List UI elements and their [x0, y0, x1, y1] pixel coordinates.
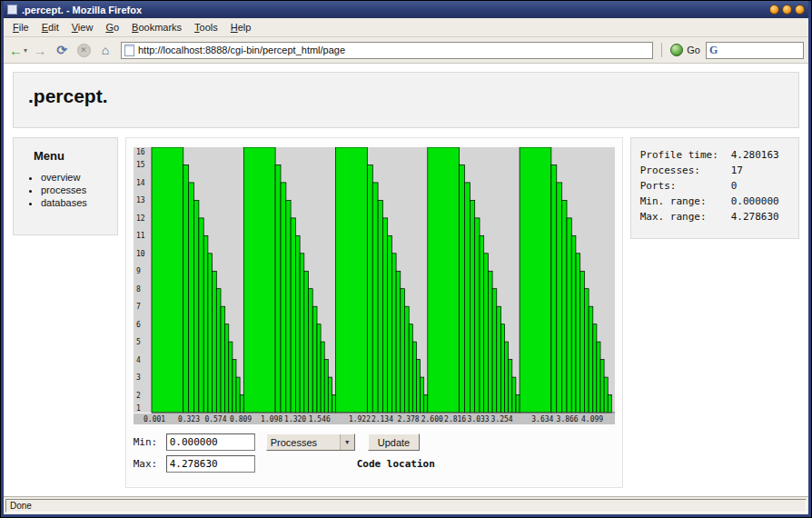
- chart-step: [212, 271, 216, 413]
- min-label: Min:: [134, 436, 166, 448]
- x-tick-label: 3.254: [490, 415, 512, 423]
- home-button[interactable]: ⌂: [95, 40, 115, 60]
- x-tick-label: 1.922: [349, 415, 371, 423]
- chart-step: [520, 147, 551, 413]
- sidebar-item-overview[interactable]: overview: [41, 171, 112, 184]
- x-tick-label: 3.866: [556, 415, 578, 423]
- chart-step: [199, 218, 203, 413]
- info-line: Max. range:4.278630: [640, 209, 789, 224]
- page-header: .percept.: [13, 72, 799, 128]
- chart-step: [324, 360, 328, 413]
- y-tick-label: 9: [136, 267, 141, 275]
- y-tick-label: 10: [136, 250, 145, 258]
- menubar-item-tools[interactable]: Tools: [188, 20, 224, 35]
- max-input[interactable]: [166, 455, 255, 473]
- go-button[interactable]: Go: [667, 44, 704, 56]
- x-tick-label: 4.099: [581, 415, 603, 423]
- chart-step: [243, 147, 275, 413]
- chart-step: [504, 342, 508, 413]
- window-controls: [767, 2, 805, 18]
- x-tick-label: 2.816: [444, 415, 466, 423]
- metric-select[interactable]: Processes ▼: [266, 433, 355, 451]
- y-tick-label: 13: [136, 196, 145, 204]
- close-button[interactable]: [795, 5, 805, 15]
- chevron-down-icon: ▼: [340, 434, 354, 450]
- chart-step: [391, 254, 396, 413]
- stop-icon: ✕: [77, 44, 91, 57]
- chart-step: [372, 183, 378, 413]
- y-tick-label: 14: [136, 179, 145, 187]
- minimize-button[interactable]: [769, 5, 779, 15]
- chart-step: [221, 306, 225, 413]
- chart-step: [420, 377, 423, 413]
- menubar-item-bookmarks[interactable]: Bookmarks: [125, 20, 188, 35]
- chart-step: [508, 360, 511, 413]
- stop-button[interactable]: ✕: [74, 40, 94, 60]
- chart-step: [291, 218, 295, 413]
- max-label: Max:: [134, 458, 166, 470]
- chart-step: [412, 342, 416, 413]
- info-value: 0: [731, 180, 738, 192]
- forward-button[interactable]: →: [30, 40, 50, 60]
- chart-step: [459, 165, 464, 413]
- y-tick-label: 1: [136, 404, 141, 413]
- chart-controls: Min: Processes ▼ Update Max: Code locati: [134, 433, 615, 473]
- maximize-button[interactable]: [782, 5, 792, 15]
- min-row: Min: Processes ▼ Update: [134, 433, 615, 451]
- sidebar-item-processes[interactable]: processes: [41, 184, 112, 196]
- info-label: Ports:: [640, 178, 731, 194]
- page-icon: [124, 45, 134, 56]
- chart-step: [300, 254, 304, 413]
- y-tick-label: 11: [136, 232, 145, 240]
- chart-step: [604, 377, 608, 413]
- chart-step: [470, 200, 474, 413]
- info-value: 0.000000: [731, 195, 779, 207]
- y-tick-label: 7: [136, 303, 141, 311]
- menubar-item-edit[interactable]: Edit: [35, 20, 65, 35]
- sidebar-item-databases[interactable]: databases: [41, 196, 112, 209]
- process-activity-chart[interactable]: 161514131211109876543210.0010.3230.5740.…: [134, 147, 615, 424]
- menubar-item-view[interactable]: View: [65, 20, 100, 35]
- y-tick-label: 3: [136, 374, 141, 382]
- min-input[interactable]: [166, 433, 255, 451]
- statusbar: Done: [4, 496, 808, 514]
- code-location-label: Code location: [357, 458, 435, 470]
- search-input[interactable]: [720, 44, 800, 56]
- info-line: Ports:0: [640, 178, 789, 194]
- y-tick-label: 12: [136, 214, 145, 223]
- chart-step: [474, 218, 479, 413]
- chart-step: [229, 342, 233, 413]
- url-input[interactable]: [138, 45, 649, 55]
- back-button[interactable]: ← ▾: [8, 40, 28, 60]
- chart-step: [183, 165, 189, 413]
- chart-step: [328, 377, 332, 413]
- x-tick-label: 2.600: [421, 415, 442, 423]
- browser-chrome: FileEditViewGoBookmarksToolsHelp ← ▾ → ⟳…: [4, 18, 808, 514]
- menubar-item-file[interactable]: File: [6, 20, 35, 35]
- window-icon: [7, 5, 17, 15]
- info-line: Profile time:4.280163: [640, 147, 789, 163]
- update-button[interactable]: Update: [368, 433, 420, 451]
- chart-step: [497, 306, 501, 413]
- chart-step: [409, 324, 412, 413]
- y-tick-label: 16: [136, 148, 145, 156]
- menubar-item-go[interactable]: Go: [99, 20, 125, 35]
- reload-button[interactable]: ⟳: [52, 40, 72, 60]
- chart-step: [597, 342, 600, 413]
- chart-step: [576, 254, 580, 413]
- menubar-item-help[interactable]: Help: [224, 20, 258, 35]
- info-label: Profile time:: [640, 147, 731, 163]
- search-bar[interactable]: G: [706, 42, 804, 59]
- x-tick-label: 1.098: [261, 415, 282, 423]
- chart-step: [480, 235, 484, 413]
- profile-info-panel: Profile time:4.280163Processes:17Ports:0…: [630, 137, 799, 239]
- chart-step: [193, 200, 198, 413]
- chart-step: [401, 289, 405, 413]
- url-bar[interactable]: [121, 42, 653, 59]
- chart-step: [295, 235, 300, 413]
- metric-select-value: Processes: [267, 437, 340, 448]
- chart-step: [551, 165, 557, 413]
- page-title: .percept.: [28, 85, 784, 107]
- titlebar[interactable]: .percept. - Mozilla Firefox: [4, 1, 808, 18]
- home-icon: ⌂: [102, 43, 109, 57]
